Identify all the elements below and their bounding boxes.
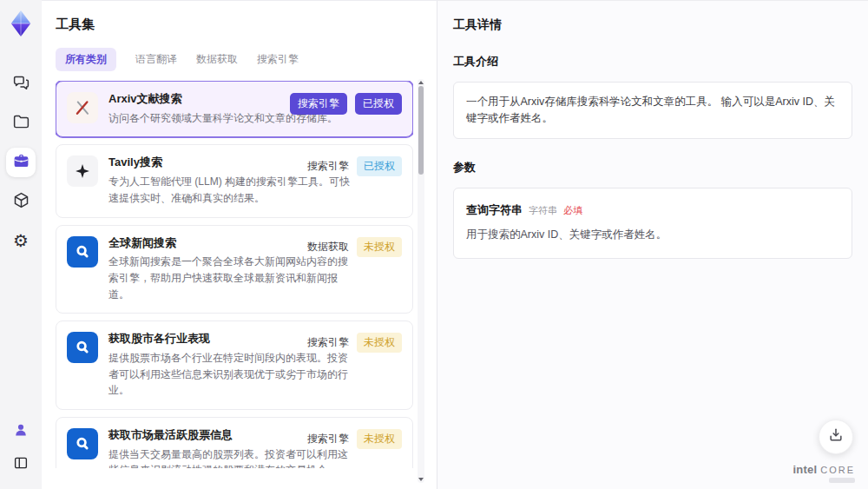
tool-list: Arxiv文献搜索访问各个研究领域大量科学论文和文章的存储库。搜索引擎已授权Ta… xyxy=(56,81,413,468)
category-tabs: 所有类别语言翻译数据获取搜索引擎 xyxy=(56,48,437,71)
auth-status-badge: 已授权 xyxy=(357,156,402,176)
tool-card-4[interactable]: 获取市场最活跃股票信息提供当天交易量最高的股票列表。投资者可以利用这些信息来识别… xyxy=(56,417,413,468)
scrollbar-down-arrow-icon[interactable] xyxy=(418,478,424,481)
gear-icon: ⚙ xyxy=(13,232,29,250)
parameter-row-0: 查询字符串字符串必填用于搜索的Arxiv ID、关键字或作者姓名。 xyxy=(466,200,839,247)
chat-icon xyxy=(12,74,30,96)
intel-core-badge: intel CORE xyxy=(792,464,855,483)
auth-status-badge: 未授权 xyxy=(357,333,402,353)
tool-description: 提供当天交易量最高的股票列表。投资者可以利用这些信息来识别流动性强的股票和潜在的… xyxy=(108,446,350,468)
tool-badges: 数据获取未授权 xyxy=(307,237,402,257)
panel-toggle-icon xyxy=(13,455,29,474)
tool-badges: 搜索引擎未授权 xyxy=(307,429,402,449)
main-area: 工具集 所有类别语言翻译数据获取搜索引擎 Arxiv文献搜索访问各个研究领域大量… xyxy=(42,0,868,489)
intel-badge-sub xyxy=(829,478,855,483)
sidebar-bottom xyxy=(6,420,36,489)
params-box: 查询字符串字符串必填用于搜索的Arxiv ID、关键字或作者姓名。 xyxy=(453,188,852,259)
sidebar-item-chat[interactable] xyxy=(6,69,36,99)
sidebar-nav: ⚙ xyxy=(6,69,36,255)
tool-card-0[interactable]: Arxiv文献搜索访问各个研究领域大量科学论文和文章的存储库。搜索引擎已授权 xyxy=(56,81,413,137)
params-heading: 参数 xyxy=(453,160,852,175)
download-icon xyxy=(827,426,845,447)
intro-heading: 工具介绍 xyxy=(453,54,852,69)
sidebar-item-user[interactable] xyxy=(6,420,36,444)
tool-badges: 搜索引擎已授权 xyxy=(290,93,402,115)
detail-title: 工具详情 xyxy=(453,17,852,33)
sidebar-item-panel-toggle[interactable] xyxy=(6,453,36,477)
category-badge: 数据获取 xyxy=(307,240,349,254)
parameter-head: 查询字符串字符串必填 xyxy=(466,202,839,219)
tavily-icon xyxy=(67,155,98,187)
parameter-name: 查询字符串 xyxy=(466,202,523,219)
left-rail: ⚙ xyxy=(0,0,42,489)
tool-description: 提供股票市场各个行业在特定时间段内的表现。投资者可以利用这些信息来识别表现优于或… xyxy=(108,350,350,399)
app-logo[interactable] xyxy=(7,9,35,38)
toolset-panel: 工具集 所有类别语言翻译数据获取搜索引擎 Arxiv文献搜索访问各个研究领域大量… xyxy=(42,1,437,489)
core-wordmark: CORE xyxy=(820,466,855,475)
parameter-required-flag: 必填 xyxy=(563,203,582,218)
tab-2[interactable]: 数据获取 xyxy=(196,52,238,67)
tool-card-2[interactable]: 全球新闻搜索全球新闻搜索是一个聚合全球各大新闻网站内容的搜索引擎，帮助用户快速获… xyxy=(56,225,413,314)
parameter-type: 字符串 xyxy=(529,203,557,218)
category-badge: 搜索引擎 xyxy=(307,159,349,174)
category-badge: 搜索引擎 xyxy=(307,335,349,350)
search-blue-icon xyxy=(67,332,98,363)
auth-status-badge: 未授权 xyxy=(357,429,402,449)
tool-list-scrollbar[interactable] xyxy=(418,79,424,483)
search-blue-icon xyxy=(67,236,98,268)
auth-status-badge: 已授权 xyxy=(355,93,402,115)
scrollbar-thumb[interactable] xyxy=(418,86,424,175)
cube-icon xyxy=(12,191,30,213)
tool-badges: 搜索引擎已授权 xyxy=(307,156,402,176)
auth-status-badge: 未授权 xyxy=(357,237,402,257)
sidebar-item-settings[interactable]: ⚙ xyxy=(6,226,36,255)
category-badge: 搜索引擎 xyxy=(290,93,347,115)
tab-0[interactable]: 所有类别 xyxy=(56,48,116,71)
folder-icon xyxy=(12,113,30,135)
parameter-description: 用于搜索的Arxiv ID、关键字或作者姓名。 xyxy=(466,227,839,243)
tool-description: 专为人工智能代理 (LLM) 构建的搜索引擎工具。可快速提供实时、准确和真实的结… xyxy=(108,174,350,206)
sidebar-item-models[interactable] xyxy=(6,187,36,216)
arxiv-icon xyxy=(67,92,98,123)
tool-badges: 搜索引擎未授权 xyxy=(307,333,402,353)
sidebar-item-files[interactable] xyxy=(6,109,36,138)
search-blue-icon xyxy=(67,428,98,459)
app-window: ⚙ 工具集 所有类别语言翻译数据获取搜索引擎 Arxiv文献搜索访问各个研究领域… xyxy=(0,0,868,489)
page-title: 工具集 xyxy=(56,17,437,33)
intel-wordmark: intel xyxy=(792,464,817,475)
scrollbar-up-arrow-icon[interactable] xyxy=(418,81,424,84)
tool-detail-panel: 工具详情 工具介绍 一个用于从Arxiv存储库搜索科学论文和文章的工具。 输入可… xyxy=(437,1,868,489)
user-icon xyxy=(13,422,29,441)
briefcase-icon xyxy=(12,152,30,174)
tool-card-3[interactable]: 获取股市各行业表现提供股票市场各个行业在特定时间段内的表现。投资者可以利用这些信… xyxy=(56,320,413,410)
tab-1[interactable]: 语言翻译 xyxy=(135,52,177,67)
sidebar-item-tools[interactable] xyxy=(6,148,36,177)
tool-card-1[interactable]: Tavily搜索专为人工智能代理 (LLM) 构建的搜索引擎工具。可快速提供实时… xyxy=(56,144,413,217)
download-button[interactable] xyxy=(819,420,853,454)
tab-3[interactable]: 搜索引擎 xyxy=(257,52,299,67)
category-badge: 搜索引擎 xyxy=(307,432,349,446)
tool-description: 全球新闻搜索是一个聚合全球各大新闻网站内容的搜索引擎，帮助用户快速获取全球最新资… xyxy=(108,254,350,302)
intro-box: 一个用于从Arxiv存储库搜索科学论文和文章的工具。 输入可以是Arxiv ID… xyxy=(453,82,852,139)
